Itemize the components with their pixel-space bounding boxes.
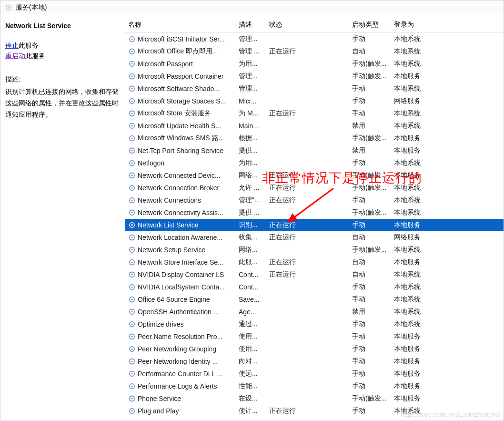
service-name: OpenSSH Authentication ... [138, 308, 219, 316]
service-name: Network Connections [138, 196, 201, 204]
column-header-name[interactable]: 名称 [125, 21, 236, 29]
svg-point-39 [131, 261, 132, 263]
column-header-status[interactable]: 状态 [266, 21, 349, 29]
service-status: 正在运行 [266, 258, 349, 267]
column-header-desc[interactable]: 描述 [236, 21, 266, 29]
service-start-type: 手动 [349, 109, 391, 118]
svg-point-13 [131, 100, 132, 102]
service-start-type: 手动 [349, 221, 391, 229]
service-desc: 为用... [236, 159, 266, 167]
titlebar-label: 服务(本地) [16, 3, 47, 12]
column-headers: 名称 描述 状态 启动类型 登录为 [125, 15, 504, 33]
service-gear-icon [128, 134, 136, 142]
service-gear-icon [128, 358, 136, 365]
service-row[interactable]: NVIDIA LocalSystem Conta...Cont...手动本地系统 [125, 281, 504, 293]
watermark: https://blog.csdn.net/Luckyzhonghai [401, 411, 500, 418]
service-gear-icon [128, 184, 136, 192]
svg-point-55 [131, 360, 132, 362]
service-row[interactable]: Network Connection Broker允许 ...正在运行手动(触发… [125, 182, 504, 194]
service-logon: 本地服务 [391, 345, 437, 353]
service-gear-icon [128, 320, 136, 328]
service-row[interactable]: Microsoft Passport为用...手动(触发...本地系统 [125, 58, 504, 70]
service-list[interactable]: Microsoft iSCSI Initiator Ser...管理...手动本… [125, 33, 504, 421]
service-row[interactable]: Optimize drives通过...手动本地系统 [125, 318, 504, 330]
service-start-type: 手动 [349, 357, 391, 366]
service-logon: 本地系统 [391, 308, 437, 316]
service-row[interactable]: Microsoft Windows SMS 路...根据...手动(触发...本… [125, 132, 504, 144]
service-start-type: 自动 [349, 258, 391, 267]
service-name: Microsoft Office 即点即用... [138, 47, 218, 56]
svg-point-19 [131, 137, 132, 139]
service-row[interactable]: Microsoft Office 即点即用...管理 ...正在运行自动本地系统 [125, 45, 504, 58]
service-desc: 提供... [236, 146, 266, 155]
service-start-type: 手动 [349, 283, 391, 291]
stop-service-link[interactable]: 停止 [5, 41, 19, 49]
service-row[interactable]: Network Setup Service网络...手动(触发...本地系统 [125, 244, 504, 256]
svg-point-47 [131, 311, 132, 312]
service-row[interactable]: Microsoft Store 安装服务为 M...正在运行手动本地系统 [125, 107, 504, 120]
service-row[interactable]: Network Connections管理"...正在运行手动本地系统 [125, 194, 504, 206]
service-logon: 本地服务 [391, 357, 437, 366]
service-row[interactable]: Microsoft Update Health S...Main...禁用本地系… [125, 120, 504, 132]
svg-point-43 [131, 286, 132, 288]
service-row[interactable]: Office 64 Source EngineSave...手动本地系统 [125, 293, 504, 306]
service-row[interactable]: Microsoft iSCSI Initiator Ser...管理...手动本… [125, 33, 504, 45]
service-row[interactable]: Peer Networking Identity ...向对...手动本地服务 [125, 355, 504, 368]
service-row[interactable]: Microsoft Software Shado...管理...手动本地系统 [125, 82, 504, 95]
service-status: 正在运行 [266, 184, 349, 192]
service-row[interactable]: Performance Counter DLL ...使远...手动本地服务 [125, 368, 504, 380]
service-logon: 本地系统 [391, 246, 437, 254]
service-name: Microsoft Update Health S... [138, 122, 221, 130]
service-gear-icon [128, 196, 136, 204]
restart-service-link[interactable]: 重启动 [5, 52, 25, 60]
service-row[interactable]: Network List Service识别...正在运行手动本地服务 [125, 219, 504, 231]
service-desc: Save... [236, 296, 266, 303]
service-status: 正在运行 [266, 270, 349, 279]
service-start-type: 手动 [349, 295, 391, 304]
service-row[interactable]: Microsoft Passport Container管理...手动(触发..… [125, 70, 504, 82]
service-gear-icon [128, 85, 136, 92]
service-logon: 本地系统 [391, 196, 437, 205]
service-row[interactable]: OpenSSH Authentication ...Age...禁用本地系统 [125, 306, 504, 318]
description-label: 描述: [5, 75, 120, 84]
column-header-start[interactable]: 启动类型 [349, 21, 391, 29]
service-row[interactable]: Performance Logs & Alerts性能...手动本地服务 [125, 380, 504, 392]
service-row[interactable]: Network Store Interface Se...此服...正在运行自动… [125, 256, 504, 268]
service-row[interactable]: Peer Name Resolution Pro...使用...手动本地服务 [125, 330, 504, 343]
column-header-logon[interactable]: 登录为 [391, 21, 437, 29]
service-row[interactable]: Netlogon为用...手动本地系统 [125, 157, 504, 169]
service-logon: 本地系统 [391, 122, 437, 130]
svg-point-57 [131, 373, 132, 374]
service-row[interactable]: Microsoft Storage Spaces S...Micr...手动网络… [125, 95, 504, 107]
service-desc: 使计... [236, 407, 266, 415]
service-row[interactable]: Network Connectivity Assis...提供 ...手动(触发… [125, 206, 504, 219]
service-desc: 管理... [236, 35, 266, 43]
service-logon: 本地系统 [391, 184, 437, 192]
service-row[interactable]: Peer Networking Grouping使用...手动本地服务 [125, 343, 504, 355]
service-name: Netlogon [138, 159, 164, 167]
service-action-links: 停止此服务 重启动此服务 [5, 40, 120, 61]
service-desc: 为 M... [236, 109, 266, 118]
service-row[interactable]: NVIDIA Display Container LSCont...正在运行自动… [125, 268, 504, 281]
service-row[interactable]: Net.Tcp Port Sharing Service提供...禁用本地服务 [125, 144, 504, 157]
selected-service-heading: Network List Service [5, 22, 120, 30]
service-row[interactable]: Phone Service在设...手动(触发...本地服务 [125, 392, 504, 405]
service-row[interactable]: Network Connected Devic...网络...正在运行手动(触发… [125, 169, 504, 182]
service-logon: 本地系统 [391, 283, 437, 291]
service-name: Network Connected Devic... [138, 172, 221, 179]
svg-point-15 [131, 113, 132, 114]
service-row[interactable]: Network Location Awarene...收集...正在运行自动网络… [125, 231, 504, 244]
service-status: 正在运行 [266, 47, 349, 56]
service-gear-icon [128, 246, 136, 254]
service-name: Microsoft Store 安装服务 [138, 109, 211, 118]
service-desc: Cont... [236, 283, 266, 291]
svg-point-29 [131, 199, 132, 201]
service-start-type: 自动 [349, 270, 391, 279]
service-gear-icon [128, 110, 136, 117]
svg-point-51 [131, 336, 132, 337]
service-logon: 本地系统 [391, 35, 437, 43]
service-name: Network Location Awarene... [138, 234, 222, 241]
service-name: Microsoft Software Shado... [138, 85, 220, 92]
svg-point-9 [131, 75, 132, 77]
service-name: Network Setup Service [138, 246, 205, 254]
